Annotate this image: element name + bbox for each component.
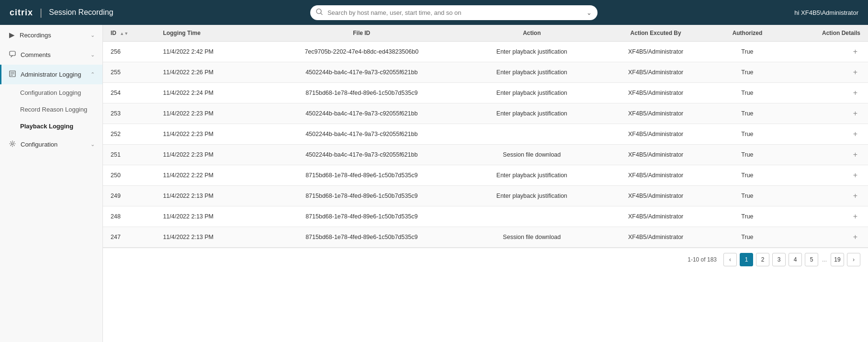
cell-action xyxy=(464,206,600,227)
sidebar-item-configuration[interactable]: Configuration ⌄ xyxy=(0,135,102,154)
cell-file-id: 8715bd68-1e78-4fed-89e6-1c50b7d535c9 xyxy=(259,83,464,103)
cell-logging-time: 11/4/2022 2:23 PM xyxy=(155,103,259,124)
configuration-icon xyxy=(9,140,16,148)
sidebar-configuration-label: Configuration xyxy=(21,141,90,148)
expand-details-btn[interactable]: + xyxy=(850,108,860,118)
cell-action: Enter playback justification xyxy=(464,62,600,83)
configuration-chevron-icon: ⌄ xyxy=(90,141,95,148)
cell-action-details: + xyxy=(783,124,868,145)
cell-action xyxy=(464,124,600,145)
expand-details-btn[interactable]: + xyxy=(850,232,860,242)
cell-id: 251 xyxy=(103,145,155,165)
search-icon xyxy=(316,9,323,17)
sidebar-subitem-playback-logging[interactable]: Playback Logging xyxy=(0,118,102,135)
cell-action: Session file download xyxy=(464,145,600,165)
expand-details-btn[interactable]: + xyxy=(850,46,860,57)
cell-executed-by: XF4B5/Administrator xyxy=(600,227,711,248)
pagination-prev-btn[interactable]: ‹ xyxy=(723,253,737,266)
col-header-file-id: File ID xyxy=(259,25,464,42)
cell-action-details: + xyxy=(783,165,868,186)
expand-details-btn[interactable]: + xyxy=(850,149,860,160)
cell-executed-by: XF4B5/Administrator xyxy=(600,145,711,165)
cell-executed-by: XF4B5/Administrator xyxy=(600,186,711,206)
id-sort-icon[interactable]: ▲▼ xyxy=(120,32,128,36)
cell-action-details: + xyxy=(783,227,868,248)
cell-executed-by: XF4B5/Administrator xyxy=(600,83,711,103)
user-greeting: hi XF4B5\Administrator xyxy=(794,9,858,16)
sidebar-item-admin-logging[interactable]: Administrator Logging ⌃ xyxy=(0,65,102,84)
cell-action-details: + xyxy=(783,103,868,124)
cell-logging-time: 11/4/2022 2:23 PM xyxy=(155,145,259,165)
search-input[interactable] xyxy=(310,5,597,20)
table-row: 255 11/4/2022 2:26 PM 4502244b-ba4c-417e… xyxy=(103,62,868,83)
citrix-logo: citrix xyxy=(10,8,33,18)
sidebar-admin-logging-label: Administrator Logging xyxy=(21,71,90,78)
pagination-page-2-btn[interactable]: 2 xyxy=(756,253,769,266)
admin-logging-chevron-icon: ⌃ xyxy=(90,71,95,78)
cell-logging-time: 11/4/2022 2:13 PM xyxy=(155,227,259,248)
main-content: ID ▲▼ Logging Time File ID Action Action… xyxy=(103,25,868,342)
table-row: 251 11/4/2022 2:23 PM 4502244b-ba4c-417e… xyxy=(103,145,868,165)
pagination-bar: 1-10 of 183 ‹ 1 2 3 4 5 ... 19 › xyxy=(103,248,868,271)
recordings-icon: ▶ xyxy=(9,31,15,39)
expand-details-btn[interactable]: + xyxy=(850,191,860,201)
search-container: ⌄ xyxy=(310,5,597,20)
cell-executed-by: XF4B5/Administrator xyxy=(600,206,711,227)
cell-action: Enter playback justification xyxy=(464,42,600,62)
main-layout: ▶ Recordings ⌄ Comments ⌄ Administrator … xyxy=(0,25,868,342)
svg-rect-2 xyxy=(10,51,15,56)
expand-details-btn[interactable]: + xyxy=(850,88,860,98)
sidebar-subitem-record-reason-logging[interactable]: Record Reason Logging xyxy=(0,101,102,118)
cell-authorized: True xyxy=(711,227,783,248)
cell-action-details: + xyxy=(783,42,868,62)
col-header-executed-by: Action Excuted By xyxy=(600,25,711,42)
cell-file-id: 7ec9705b-2202-47e4-b8dc-ed43823506b0 xyxy=(259,42,464,62)
brand: citrix | Session Recording xyxy=(10,7,113,18)
playback-logging-table: ID ▲▼ Logging Time File ID Action Action… xyxy=(103,25,868,248)
sidebar-item-recordings[interactable]: ▶ Recordings ⌄ xyxy=(0,25,102,45)
pagination-page-5-btn[interactable]: 5 xyxy=(805,253,818,266)
cell-action-details: + xyxy=(783,83,868,103)
svg-point-8 xyxy=(11,143,13,145)
cell-id: 252 xyxy=(103,124,155,145)
expand-details-btn[interactable]: + xyxy=(850,170,860,180)
expand-details-btn[interactable]: + xyxy=(850,67,860,77)
cell-executed-by: XF4B5/Administrator xyxy=(600,103,711,124)
pagination-page-1-btn[interactable]: 1 xyxy=(740,253,753,266)
cell-logging-time: 11/4/2022 2:26 PM xyxy=(155,62,259,83)
sidebar: ▶ Recordings ⌄ Comments ⌄ Administrator … xyxy=(0,25,103,342)
cell-logging-time: 11/4/2022 2:13 PM xyxy=(155,206,259,227)
cell-logging-time: 11/4/2022 2:42 PM xyxy=(155,42,259,62)
table-row: 247 11/4/2022 2:13 PM 8715bd68-1e78-4fed… xyxy=(103,227,868,248)
sidebar-item-comments[interactable]: Comments ⌄ xyxy=(0,45,102,65)
cell-authorized: True xyxy=(711,62,783,83)
admin-logging-icon xyxy=(9,70,16,79)
cell-logging-time: 11/4/2022 2:24 PM xyxy=(155,83,259,103)
cell-logging-time: 11/4/2022 2:22 PM xyxy=(155,165,259,186)
cell-logging-time: 11/4/2022 2:23 PM xyxy=(155,124,259,145)
sidebar-subitem-config-logging[interactable]: Configuration Logging xyxy=(0,84,102,101)
table-row: 250 11/4/2022 2:22 PM 8715bd68-1e78-4fed… xyxy=(103,165,868,186)
table-row: 253 11/4/2022 2:23 PM 4502244b-ba4c-417e… xyxy=(103,103,868,124)
pagination-next-btn[interactable]: › xyxy=(847,253,860,266)
brand-title: Session Recording xyxy=(49,8,113,17)
cell-action-details: + xyxy=(783,62,868,83)
cell-authorized: True xyxy=(711,165,783,186)
pagination-range: 1-10 of 183 xyxy=(688,256,717,263)
pagination-page-4-btn[interactable]: 4 xyxy=(789,253,802,266)
comments-chevron-icon: ⌄ xyxy=(90,52,95,58)
cell-authorized: True xyxy=(711,42,783,62)
expand-details-btn[interactable]: + xyxy=(850,211,860,221)
topbar: citrix | Session Recording ⌄ hi XF4B5\Ad… xyxy=(0,0,868,25)
cell-id: 248 xyxy=(103,206,155,227)
table-row: 252 11/4/2022 2:23 PM 4502244b-ba4c-417e… xyxy=(103,124,868,145)
cell-action-details: + xyxy=(783,206,868,227)
cell-file-id: 8715bd68-1e78-4fed-89e6-1c50b7d535c9 xyxy=(259,206,464,227)
pagination-page-3-btn[interactable]: 3 xyxy=(772,253,786,266)
cell-executed-by: XF4B5/Administrator xyxy=(600,62,711,83)
pagination-last-page-btn[interactable]: 19 xyxy=(831,253,844,266)
expand-details-btn[interactable]: + xyxy=(850,129,860,139)
cell-authorized: True xyxy=(711,145,783,165)
cell-authorized: True xyxy=(711,186,783,206)
cell-executed-by: XF4B5/Administrator xyxy=(600,124,711,145)
